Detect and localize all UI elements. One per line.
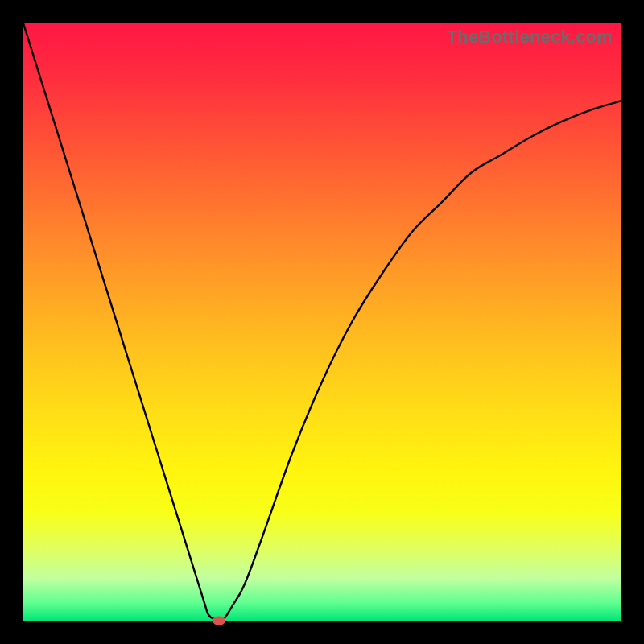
- bottleneck-curve: [23, 23, 621, 621]
- plot-area: TheBottleneck.com: [23, 23, 621, 621]
- optimal-point-marker: [213, 617, 225, 625]
- chart-frame: TheBottleneck.com: [0, 0, 644, 644]
